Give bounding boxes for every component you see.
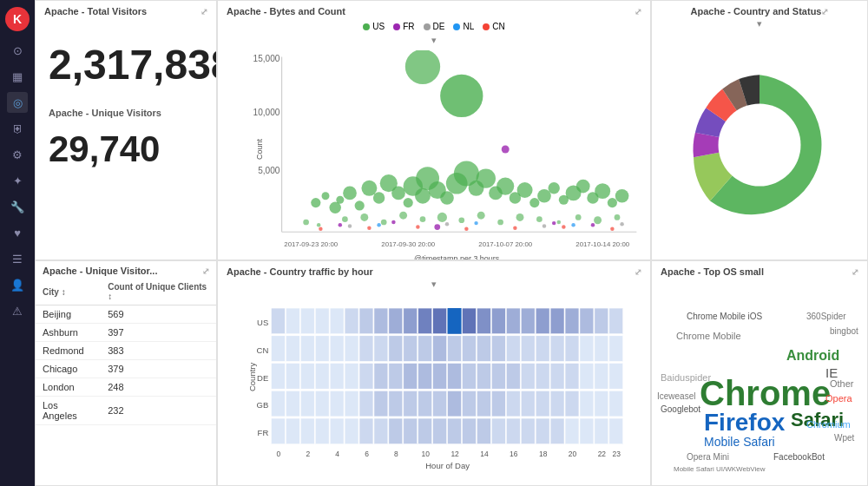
svg-point-62 [594,216,602,224]
panel-table-title: Apache - Unique Visitor... ⤢ [36,261,216,279]
wrench-icon[interactable]: 🔧 [7,196,28,217]
svg-rect-216 [491,418,505,444]
svg-text:20: 20 [569,450,577,458]
down-chevron-country[interactable]: ▾ [757,18,762,30]
svg-rect-118 [463,308,477,334]
svg-text:10: 10 [422,450,431,458]
svg-rect-167 [477,364,490,390]
svg-text:6: 6 [365,450,369,458]
svg-point-82 [474,221,477,225]
svg-text:12: 12 [450,450,459,458]
count-cell: 379 [101,360,216,378]
expand-country-icon[interactable]: ⤢ [821,7,828,16]
user-icon[interactable]: 👤 [7,274,28,295]
svg-text:Count: Count [255,139,264,160]
svg-rect-197 [565,391,579,417]
svg-rect-166 [463,364,477,390]
legend-cn-dot [483,23,490,30]
visitors-table: City ↕ Count of Unique Clients ↕ Beijing… [36,279,216,425]
down-chevron-heatmap[interactable]: ▾ [218,279,650,290]
svg-rect-113 [389,308,403,334]
svg-point-52 [399,212,407,220]
svg-rect-105 [271,308,285,334]
svg-rect-205 [330,418,344,444]
svg-rect-201 [271,418,285,444]
city-cell: Los Angeles [36,397,101,425]
svg-point-71 [367,226,371,229]
legend-de: DE [424,22,445,31]
settings-icon[interactable]: ☰ [7,248,28,269]
svg-point-45 [405,50,440,84]
svg-rect-141 [448,336,462,362]
home-icon[interactable]: ⊙ [7,40,28,61]
down-chevron-bytes[interactable]: ▾ [218,35,650,46]
svg-rect-127 [595,308,608,334]
svg-rect-109 [330,308,344,334]
svg-rect-224 [609,418,623,444]
svg-point-69 [591,223,595,227]
svg-text:23: 23 [613,450,621,458]
col-count-header[interactable]: Count of Unique Clients ↕ [101,279,216,305]
svg-rect-209 [389,418,403,444]
svg-text:CN: CN [257,345,269,355]
heart-icon[interactable]: ♥ [7,222,28,243]
expand-table-icon[interactable]: ⤢ [202,266,209,276]
gear-small-icon[interactable]: ⚙ [7,144,28,165]
svg-point-58 [516,213,524,221]
svg-rect-214 [463,418,477,444]
svg-point-55 [458,217,464,223]
city-cell: London [36,378,101,397]
svg-rect-121 [506,308,520,334]
legend-cn: CN [483,22,504,31]
svg-rect-175 [595,364,608,390]
target-icon[interactable]: ◎ [7,92,28,113]
panel-heatmap-title: Apache - Country traffic by hour ⤢ [218,261,650,279]
svg-rect-153 [271,364,285,390]
svg-rect-185 [389,391,403,417]
svg-rect-219 [536,418,549,444]
expand-os-icon[interactable]: ⤢ [852,267,858,277]
svg-point-57 [497,220,503,226]
svg-point-80 [620,222,623,226]
logo[interactable]: K [5,7,30,31]
expand-icon[interactable]: ⤢ [201,7,207,16]
svg-rect-218 [521,418,535,444]
svg-rect-169 [506,364,520,390]
alert-icon[interactable]: ⚠ [7,300,28,321]
wordcloud-word: Iceweasel [657,391,695,401]
col-city-header[interactable]: City ↕ [36,279,101,305]
table-row: London248 [36,378,216,397]
expand-heatmap-icon[interactable]: ⤢ [635,267,641,277]
svg-rect-174 [580,364,594,390]
svg-rect-137 [389,336,403,362]
chart-icon[interactable]: ▦ [7,66,28,87]
svg-point-50 [360,213,368,221]
shield-icon[interactable]: ⛨ [7,118,28,139]
svg-rect-154 [286,364,299,390]
svg-rect-184 [374,391,388,417]
svg-rect-161 [389,364,403,390]
legend-nl-dot [453,23,460,30]
svg-point-21 [404,198,413,207]
panel-top-os: Apache - Top OS small ⤢ ChromeFirefoxSaf… [651,260,868,486]
svg-text:22: 22 [598,450,607,458]
svg-point-65 [391,220,395,224]
svg-point-59 [536,216,542,222]
svg-point-26 [440,191,454,205]
svg-rect-195 [536,391,549,417]
svg-text:4: 4 [335,450,339,458]
svg-rect-140 [433,336,447,362]
count-cell: 569 [101,305,216,324]
expand-bytes-icon[interactable]: ⤢ [635,7,641,16]
svg-point-77 [348,224,352,227]
svg-rect-119 [477,308,490,334]
svg-rect-178 [286,391,299,417]
svg-rect-162 [404,364,418,390]
svg-text:Country: Country [248,363,257,392]
wordcloud-word: Mobile Safari UI/WKWebView [674,465,766,473]
svg-rect-223 [595,418,608,444]
unique-visitors-value: 29,740 [36,122,216,176]
sparkle-icon[interactable]: ✦ [7,170,28,191]
svg-point-67 [502,146,510,154]
svg-rect-211 [418,418,432,444]
